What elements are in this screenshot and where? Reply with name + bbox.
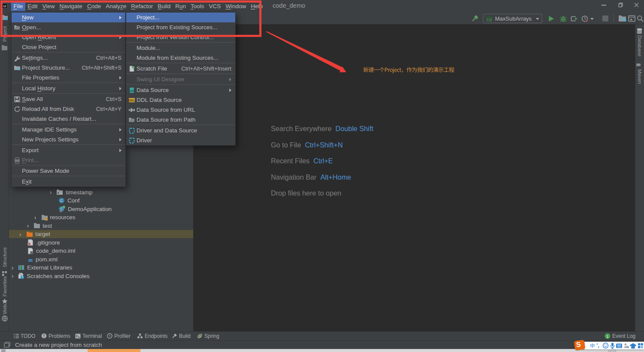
svg-text:IJ: IJ	[30, 251, 33, 254]
svg-text:+: +	[133, 66, 134, 68]
svg-text:DDL: DDL	[129, 99, 135, 102]
svg-text:C: C	[60, 199, 63, 203]
svg-text:1: 1	[606, 334, 608, 338]
svg-text:m: m	[28, 256, 33, 263]
svg-text:’,: ’,	[596, 343, 599, 349]
